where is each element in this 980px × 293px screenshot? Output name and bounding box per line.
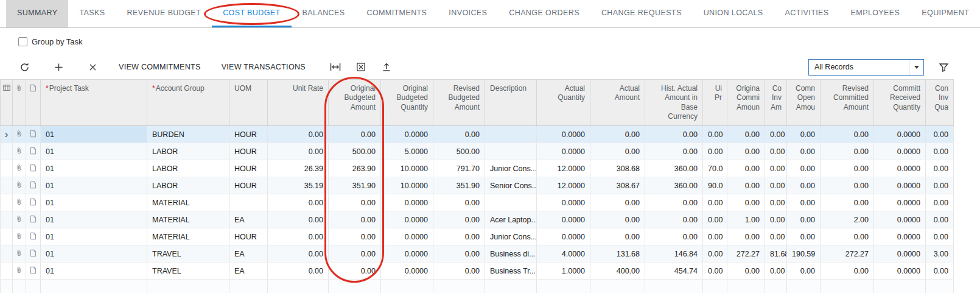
cell-description[interactable]: [485, 126, 537, 143]
cell-project-task[interactable]: 01: [41, 263, 147, 280]
table-row[interactable]: ›01BURDENHOUR0.000.000.00000.000.00000.0…: [1, 126, 954, 143]
cell-origina-commi-amoun[interactable]: 0.00: [727, 263, 765, 280]
cell-original-budgeted-amount[interactable]: 263.90: [329, 160, 381, 177]
cell-con-inv-qua[interactable]: 0.00: [926, 263, 954, 280]
cell-actual-quantity[interactable]: 0.0000: [537, 194, 590, 211]
tab-activities[interactable]: ACTIVITIES: [774, 0, 840, 27]
cell-actual-amount[interactable]: 0.00: [590, 211, 645, 228]
cell-revised-budgeted-amount[interactable]: 791.70: [433, 160, 485, 177]
toolbar-button-view-commitments[interactable]: VIEW COMMITMENTS: [111, 58, 209, 76]
cell-committ-received-quantity[interactable]: 0.0000: [874, 194, 926, 211]
cell-uom[interactable]: HOUR: [229, 228, 268, 245]
cell-account-group[interactable]: LABOR: [147, 177, 229, 194]
tab-cost-budget[interactable]: COST BUDGET: [212, 0, 291, 27]
cell-original-budgeted-amount[interactable]: 0.00: [329, 126, 381, 143]
cell-committ-received-quantity[interactable]: 0.0000: [874, 177, 926, 194]
table-row[interactable]: 01LABORHOUR35.19351.9010.0000351.90Senio…: [1, 177, 954, 194]
cell-project-task[interactable]: 01: [41, 177, 147, 194]
cell-committ-received-quantity[interactable]: 0.0000: [874, 228, 926, 245]
column-header-uom[interactable]: UOM: [229, 80, 268, 126]
row-files-cell[interactable]: [13, 211, 26, 228]
tab-summary[interactable]: SUMMARY: [6, 0, 68, 27]
cell-ui-pr[interactable]: 70.0: [703, 160, 727, 177]
records-filter-dropdown[interactable]: All Records: [808, 59, 924, 76]
cell-origina-commi-amoun[interactable]: 272.27: [727, 245, 765, 263]
cell-revised-committed-amount[interactable]: 0.00: [821, 263, 874, 280]
cell-comn-open-amou[interactable]: 0.00: [787, 126, 821, 143]
row-note-cell[interactable]: [26, 160, 41, 177]
column-header-co-inv-am[interactable]: Co Inv Am: [765, 80, 787, 126]
cell-ui-pr[interactable]: 0.00: [703, 211, 727, 228]
row-files-cell[interactable]: [13, 126, 26, 143]
column-header-ui-pr[interactable]: Ui Pr: [703, 80, 727, 126]
row-note-cell[interactable]: [26, 126, 41, 143]
cell-comn-open-amou[interactable]: 190.59: [787, 245, 821, 263]
cell-committ-received-quantity[interactable]: 0.0000: [874, 263, 926, 280]
cell-actual-amount[interactable]: 131.68: [590, 245, 645, 263]
table-row[interactable]: 01MATERIAL0.000.000.00000.000.00000.000.…: [1, 194, 954, 211]
cell-actual-amount[interactable]: 0.00: [590, 228, 645, 245]
cell-hist-actual-amount-in-base-currency[interactable]: 454.74: [645, 263, 703, 280]
add-button[interactable]: [49, 58, 68, 76]
tab-invoices[interactable]: INVOICES: [438, 0, 498, 27]
delete-button[interactable]: [83, 58, 102, 76]
cell-unit-rate[interactable]: 26.39: [268, 160, 329, 177]
cell-original-budgeted-quantity[interactable]: 10.0000: [381, 160, 433, 177]
cell-committ-received-quantity[interactable]: 0.0000: [874, 160, 926, 177]
row-files-cell[interactable]: [13, 263, 26, 280]
cell-account-group[interactable]: MATERIAL: [147, 194, 229, 211]
cell-hist-actual-amount-in-base-currency[interactable]: 0.00: [645, 194, 703, 211]
cell-con-inv-qua[interactable]: 0.00: [926, 160, 954, 177]
toolbar-button-view-transactions[interactable]: VIEW TRANSACTIONS: [214, 58, 313, 76]
fit-width-button[interactable]: [326, 58, 345, 76]
tab-change-requests[interactable]: CHANGE REQUESTS: [590, 0, 693, 27]
column-header-revised-budgeted-amount[interactable]: Revised Budgeted Amount: [433, 80, 485, 126]
cell-account-group[interactable]: BURDEN: [147, 126, 229, 143]
column-header-unit-rate[interactable]: Unit Rate: [268, 80, 329, 126]
cell-original-budgeted-quantity[interactable]: 10.0000: [381, 177, 433, 194]
header-paperclip-column[interactable]: [13, 80, 26, 126]
table-row[interactable]: 01MATERIALEA0.000.000.00000.00Acer Lapto…: [1, 211, 954, 228]
cell-co-inv-am[interactable]: 0.00: [765, 160, 787, 177]
cell-project-task[interactable]: 01: [41, 194, 147, 211]
cell-original-budgeted-amount[interactable]: 0.00: [329, 194, 381, 211]
cell-con-inv-qua[interactable]: 0.00: [926, 143, 954, 160]
column-header-original-budgeted-quantity[interactable]: Original Budgeted Quantity: [381, 80, 433, 126]
row-note-cell[interactable]: [26, 245, 41, 263]
cell-origina-commi-amoun[interactable]: 0.00: [727, 194, 765, 211]
cell-hist-actual-amount-in-base-currency[interactable]: 360.00: [645, 160, 703, 177]
cell-uom[interactable]: EA: [229, 211, 268, 228]
cell-unit-rate[interactable]: 0.00: [268, 245, 329, 263]
cell-co-inv-am[interactable]: 0.00: [765, 143, 787, 160]
table-row[interactable]: 01MATERIALHOUR0.000.000.00000.00Junior C…: [1, 228, 954, 245]
column-header-actual-amount[interactable]: Actual Amount: [590, 80, 645, 126]
cell-co-inv-am[interactable]: 0.00: [765, 263, 787, 280]
cell-con-inv-qua[interactable]: 0.00: [926, 228, 954, 245]
cell-actual-amount[interactable]: 0.00: [590, 143, 645, 160]
cell-project-task[interactable]: 01: [41, 143, 147, 160]
cell-actual-amount[interactable]: 308.68: [590, 160, 645, 177]
cell-co-inv-am[interactable]: 0.00: [765, 194, 787, 211]
cell-unit-rate[interactable]: 0.00: [268, 194, 329, 211]
cell-origina-commi-amoun[interactable]: 0.00: [727, 126, 765, 143]
cell-ui-pr[interactable]: 0.00: [703, 126, 727, 143]
cell-committ-received-quantity[interactable]: 0.0000: [874, 245, 926, 263]
cell-original-budgeted-quantity[interactable]: 0.0000: [381, 263, 433, 280]
cell-account-group[interactable]: MATERIAL: [147, 211, 229, 228]
cell-unit-rate[interactable]: 35.19: [268, 177, 329, 194]
cell-revised-budgeted-amount[interactable]: 0.00: [433, 228, 485, 245]
cell-ui-pr[interactable]: 0.00: [703, 228, 727, 245]
column-header-revised-committed-amount[interactable]: Revised Committed Amount: [821, 80, 874, 126]
cell-uom[interactable]: HOUR: [229, 126, 268, 143]
cell-uom[interactable]: HOUR: [229, 160, 268, 177]
table-row[interactable]: 01TRAVELEA0.000.000.00000.00Business Tr.…: [1, 263, 954, 280]
cell-uom[interactable]: EA: [229, 245, 268, 263]
cell-co-inv-am[interactable]: 0.00: [765, 211, 787, 228]
cell-original-budgeted-amount[interactable]: 0.00: [329, 263, 381, 280]
cell-description[interactable]: Business Tr...: [485, 263, 537, 280]
cell-co-inv-am[interactable]: 0.00: [765, 126, 787, 143]
cell-comn-open-amou[interactable]: 0.00: [787, 194, 821, 211]
tab-commitments[interactable]: COMMITMENTS: [356, 0, 438, 27]
cell-comn-open-amou[interactable]: 0.00: [787, 143, 821, 160]
cell-description[interactable]: Senior Cons...: [485, 177, 537, 194]
